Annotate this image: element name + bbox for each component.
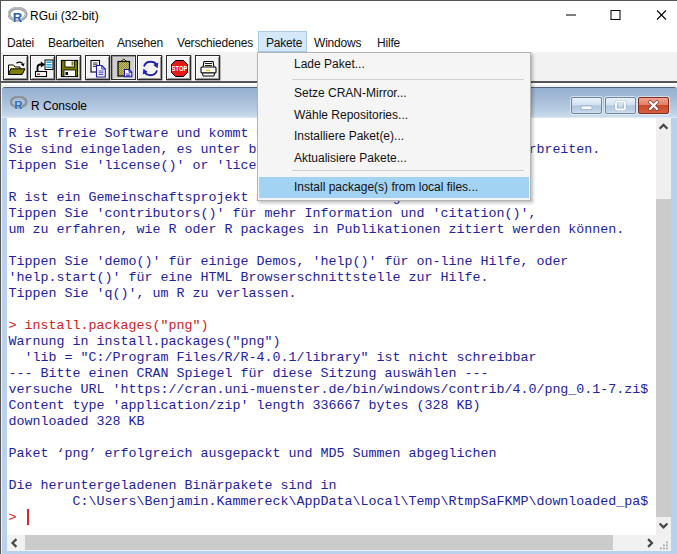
svg-text:STOP: STOP — [172, 65, 188, 72]
svg-text:R: R — [14, 99, 23, 111]
svg-text:R: R — [13, 10, 23, 25]
